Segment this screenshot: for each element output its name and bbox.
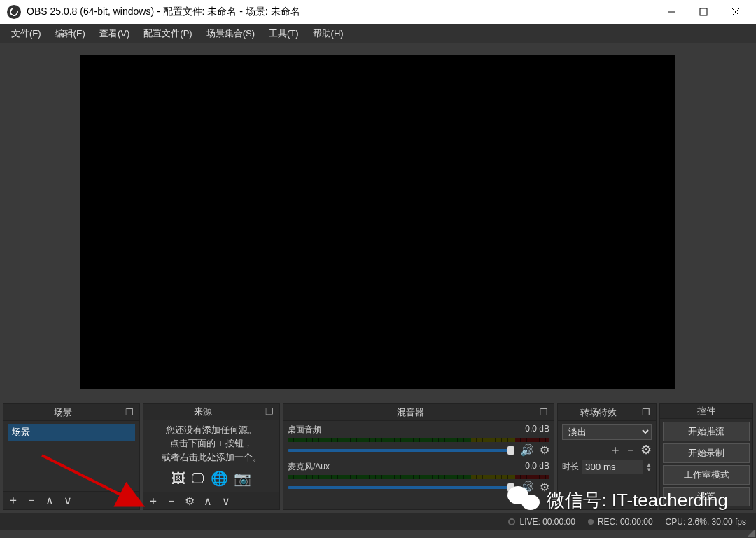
rec-indicator-icon — [588, 519, 594, 525]
sources-empty-area[interactable]: 您还没有添加任何源。 点击下面的 + 按钮， 或者右击此处添加一个。 🖼 🖵 🌐… — [144, 420, 279, 492]
transition-select[interactable]: 淡出 — [562, 424, 652, 440]
menu-edit[interactable]: 编辑(E) — [50, 25, 91, 43]
transition-duration-input[interactable] — [582, 460, 643, 474]
display-source-icon: 🖵 — [191, 468, 205, 489]
popout-icon[interactable]: ❐ — [639, 406, 653, 420]
mixer-ch2-slider[interactable] — [288, 486, 514, 489]
dock-sources-title: 来源 — [144, 406, 262, 418]
source-down-button[interactable]: ∨ — [220, 495, 232, 506]
gear-icon[interactable]: ⚙ — [540, 443, 550, 457]
start-recording-button[interactable]: 开始录制 — [663, 443, 750, 463]
sources-empty-line3: 或者右击此处添加一个。 — [148, 450, 275, 464]
status-rec: REC: 00:00:00 — [598, 517, 653, 527]
mixer-ch2-meter — [288, 475, 550, 479]
annotation-wechat-text: 微信号: IT-teacherding — [547, 488, 728, 513]
menu-profile[interactable]: 配置文件(P) — [138, 25, 197, 43]
scene-up-button[interactable]: ∧ — [44, 495, 55, 506]
status-live: LIVE: 00:00:00 — [519, 517, 575, 527]
globe-source-icon: 🌐 — [211, 468, 228, 489]
source-settings-button[interactable]: ⚙ — [184, 495, 195, 506]
sources-empty-line1: 您还没有添加任何源。 — [148, 423, 275, 437]
add-source-button[interactable]: ＋ — [148, 495, 159, 506]
mixer-ch1-name: 桌面音频 — [288, 424, 321, 436]
popout-icon[interactable]: ❐ — [262, 405, 276, 419]
scene-list-item[interactable]: 场景 — [8, 424, 135, 441]
menu-file[interactable]: 文件(F) — [6, 25, 47, 43]
camera-source-icon: 📷 — [234, 468, 251, 489]
mixer-channel-desktop: 桌面音频 0.0 dB 🔊 ⚙ — [288, 424, 550, 457]
mixer-ch1-db: 0.0 dB — [525, 424, 550, 436]
window-maximize-button[interactable] — [687, 1, 720, 22]
studio-mode-button[interactable]: 工作室模式 — [663, 465, 750, 485]
transition-add-button[interactable]: ＋ — [610, 444, 621, 455]
remove-scene-button[interactable]: － — [26, 495, 37, 506]
mixer-ch1-slider[interactable] — [288, 449, 514, 452]
speaker-icon[interactable]: 🔊 — [520, 443, 534, 457]
obs-app-icon — [7, 5, 21, 19]
dock-sources: 来源 ❐ 您还没有添加任何源。 点击下面的 + 按钮， 或者右击此处添加一个。 … — [143, 404, 280, 510]
status-bar: LIVE: 00:00:00 REC: 00:00:00 CPU: 2.6%, … — [0, 513, 756, 530]
start-streaming-button[interactable]: 开始推流 — [663, 422, 750, 441]
mixer-ch2-db: 0.0 dB — [525, 461, 550, 473]
popout-icon[interactable]: ❐ — [122, 406, 136, 420]
sources-empty-line2: 点击下面的 + 按钮， — [148, 436, 275, 450]
live-indicator-icon — [508, 518, 515, 525]
remove-source-button[interactable]: － — [166, 495, 177, 506]
dock-mixer-title: 混音器 — [284, 406, 537, 419]
menu-tools[interactable]: 工具(T) — [263, 25, 304, 43]
window-minimize-button[interactable] — [655, 1, 687, 22]
popout-icon[interactable]: ❐ — [537, 406, 551, 420]
image-source-icon: 🖼 — [172, 468, 186, 489]
transition-duration-label: 时长 — [562, 461, 579, 473]
scene-down-button[interactable]: ∨ — [62, 495, 74, 506]
window-title: OBS 25.0.8 (64-bit, windows) - 配置文件: 未命名… — [27, 6, 655, 18]
dock-scenes-title: 场景 — [4, 406, 122, 419]
dock-transitions-title: 转场特效 — [558, 406, 639, 419]
menu-bar: 文件(F) 编辑(E) 查看(V) 配置文件(P) 场景集合(S) 工具(T) … — [0, 24, 756, 43]
duration-spinner[interactable]: ▲▼ — [646, 462, 652, 472]
status-cpu: CPU: 2.6%, 30.00 fps — [666, 517, 746, 527]
resize-grip-icon[interactable] — [748, 530, 755, 537]
transition-remove-button[interactable]: － — [625, 444, 636, 455]
sources-toolbar: ＋ － ⚙ ∧ ∨ — [144, 492, 279, 509]
annotation-wechat-overlay: 微信号: IT-teacherding — [507, 486, 728, 514]
source-up-button[interactable]: ∧ — [202, 495, 214, 506]
transition-settings-button[interactable]: ⚙ — [640, 444, 652, 455]
mixer-ch2-name: 麦克风/Aux — [288, 461, 330, 473]
menu-view[interactable]: 查看(V) — [94, 25, 135, 43]
mixer-ch1-meter — [288, 438, 550, 442]
preview-area — [0, 43, 756, 401]
window-titlebar: OBS 25.0.8 (64-bit, windows) - 配置文件: 未命名… — [0, 0, 756, 24]
menu-help[interactable]: 帮助(H) — [307, 25, 349, 43]
scenes-toolbar: ＋ － ∧ ∨ — [4, 491, 139, 509]
dock-controls-title: 控件 — [660, 405, 752, 418]
add-scene-button[interactable]: ＋ — [8, 495, 19, 506]
menu-scene-collection[interactable]: 场景集合(S) — [201, 25, 260, 43]
preview-canvas[interactable] — [80, 55, 676, 389]
wechat-icon — [507, 486, 540, 514]
dock-scenes: 场景 ❐ 场景 ＋ － ∧ ∨ — [3, 404, 140, 510]
window-close-button[interactable] — [720, 1, 752, 22]
svg-rect-1 — [700, 8, 707, 15]
